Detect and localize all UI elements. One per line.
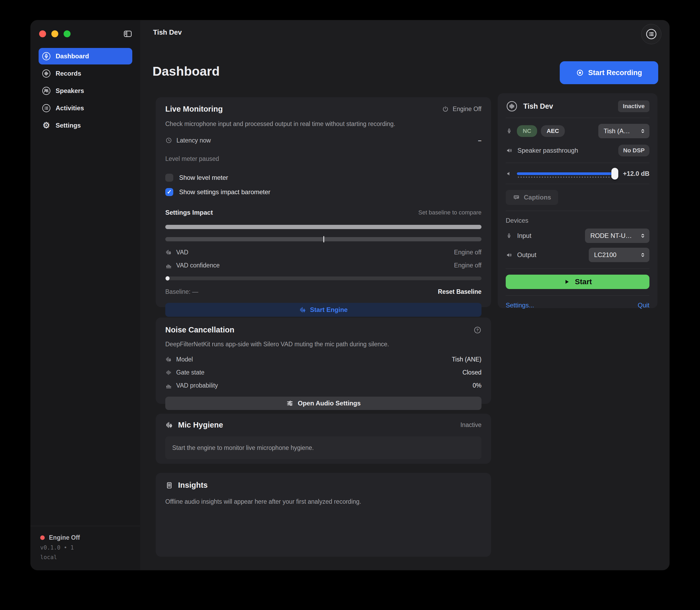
- baseline-tick: [323, 236, 324, 242]
- model-value: Tish (ANE): [452, 356, 482, 363]
- sidebar: Dashboard Records: [31, 20, 140, 570]
- app-version: v0.1.0 • 1: [40, 544, 140, 551]
- aec-chip[interactable]: AEC: [541, 125, 565, 137]
- main-content: Tish Dev Dashboard Start Recording Live …: [140, 20, 669, 570]
- input-select-value: RODE NT-U…: [590, 232, 632, 239]
- sidebar-item-label: Dashboard: [56, 52, 89, 60]
- sidebar-status: Engine Off v0.1.0 • 1 local: [31, 526, 140, 570]
- sidebar-item-dashboard[interactable]: Dashboard: [38, 48, 132, 64]
- gain-value: +12.0 dB: [623, 170, 649, 177]
- baseline-label: Baseline: —: [165, 288, 198, 295]
- output-select-value: LC2100: [594, 251, 616, 259]
- sidebar-item-activities[interactable]: Activities: [38, 100, 132, 116]
- start-recording-button[interactable]: Start Recording: [560, 61, 658, 84]
- sidebar-item-label: Activities: [56, 105, 84, 112]
- sidebar-item-records[interactable]: Records: [38, 65, 132, 82]
- vad-confidence-label: VAD confidence: [176, 262, 220, 269]
- vad-confidence-indicator: [166, 276, 169, 280]
- dsp-badge: No DSP: [618, 145, 649, 156]
- screen: Dashboard Records: [0, 0, 700, 610]
- captions-label: Captions: [524, 194, 551, 201]
- settings-link[interactable]: Settings...: [506, 302, 534, 309]
- minimize-window-button[interactable]: [51, 30, 58, 37]
- gain-slider[interactable]: [517, 167, 618, 180]
- start-button[interactable]: Start: [506, 275, 649, 289]
- waveform-circle-icon: [42, 69, 51, 78]
- engine-status: Engine Off: [453, 106, 482, 113]
- model-select[interactable]: Tish (A…: [598, 124, 649, 138]
- sidebar-nav: Dashboard Records: [38, 48, 132, 134]
- zoom-window-button[interactable]: [64, 30, 70, 37]
- sidebar-item-speakers[interactable]: Speakers: [38, 83, 132, 99]
- engine-status-text: Engine Off: [49, 534, 80, 541]
- latency-label: Latency now: [177, 137, 211, 144]
- waveform-circle-icon: [506, 100, 518, 112]
- vad-confidence-value: Engine off: [454, 262, 482, 269]
- input-label: Input: [517, 232, 531, 239]
- mic-hygiene-message-panel: Start the engine to monitor live microph…: [165, 436, 482, 459]
- level-meter-status: Level meter paused: [165, 155, 482, 162]
- list-circle-icon: [42, 103, 51, 113]
- show-barometer-checkbox[interactable]: ✓: [165, 188, 173, 196]
- card-title: Mic Hygiene: [178, 421, 223, 429]
- svg-text:?: ?: [477, 328, 479, 332]
- speaker-icon: [506, 252, 513, 259]
- waveform-mic-icon: [165, 421, 173, 429]
- sidebar-item-settings[interactable]: ⚙ Settings: [38, 117, 132, 134]
- card-title: Insights: [178, 481, 207, 489]
- list-menu-icon: [645, 28, 657, 40]
- reset-baseline-button[interactable]: Reset Baseline: [438, 288, 482, 295]
- devices-section-label: Devices: [506, 217, 649, 224]
- show-level-meter-checkbox[interactable]: [165, 174, 173, 182]
- mic-icon: [506, 128, 513, 134]
- settings-impact-hint: Set baseline to compare: [418, 209, 482, 216]
- impact-baseline-bar: [165, 237, 482, 241]
- device-panel: Tish Dev Inactive NC AEC: [498, 93, 657, 308]
- live-monitoring-card: Live Monitoring Engine Off Check microph…: [156, 97, 491, 307]
- speaker-muted-icon: [506, 170, 513, 177]
- gate-state-label: Gate state: [176, 369, 204, 376]
- sidebar-item-label: Speakers: [56, 87, 84, 95]
- start-engine-button[interactable]: Start Engine: [165, 303, 482, 317]
- help-icon[interactable]: ?: [473, 326, 482, 334]
- waveform-mic-icon: [299, 306, 306, 314]
- nc-chip[interactable]: NC: [517, 125, 537, 137]
- mic-hygiene-card: Mic Hygiene Inactive Start the engine to…: [156, 414, 491, 464]
- sidebar-item-label: Settings: [56, 122, 81, 129]
- vad-value: Engine off: [454, 249, 482, 256]
- gear-icon: ⚙: [42, 121, 51, 130]
- insights-card: Insights Offline audio insights will app…: [156, 473, 491, 557]
- people-circle-icon: [42, 86, 51, 95]
- waveform-icon: [165, 369, 172, 376]
- mic-circle-icon: [42, 52, 51, 61]
- close-window-button[interactable]: [39, 30, 46, 37]
- app-window: Dashboard Records: [31, 20, 669, 570]
- page-title: Dashboard: [152, 64, 220, 79]
- show-barometer-label: Show settings impact barometer: [179, 188, 270, 196]
- card-description: Check microphone input and processed out…: [165, 121, 482, 128]
- impact-meter-bar: [165, 225, 482, 229]
- mic-icon: [506, 232, 512, 239]
- vad-probability-label: VAD probability: [176, 382, 218, 389]
- gain-slider-ticks: [518, 177, 613, 178]
- latency-value: –: [478, 137, 482, 144]
- sidebar-toggle-icon[interactable]: [122, 29, 133, 39]
- quit-link[interactable]: Quit: [638, 302, 649, 309]
- gain-slider-thumb[interactable]: [611, 168, 618, 179]
- environment-label: local: [40, 554, 140, 560]
- card-description: DeepFilterNetKit runs app-side with Sile…: [165, 341, 482, 348]
- menu-button[interactable]: [641, 24, 662, 44]
- document-icon: [165, 481, 173, 489]
- gate-state-value: Closed: [462, 369, 482, 376]
- output-select[interactable]: LC2100: [589, 248, 649, 262]
- power-icon: [442, 106, 449, 113]
- traffic-lights: [39, 30, 70, 37]
- bar-chart-icon: [165, 262, 172, 269]
- open-audio-settings-button[interactable]: Open Audio Settings: [165, 397, 482, 410]
- input-select[interactable]: RODE NT-U…: [585, 228, 649, 243]
- open-audio-settings-label: Open Audio Settings: [298, 400, 361, 407]
- waveform-mic-icon: [165, 356, 172, 363]
- captions-button[interactable]: Captions: [506, 190, 558, 205]
- check-icon: ✓: [167, 188, 172, 196]
- vad-confidence-bar: [165, 276, 482, 280]
